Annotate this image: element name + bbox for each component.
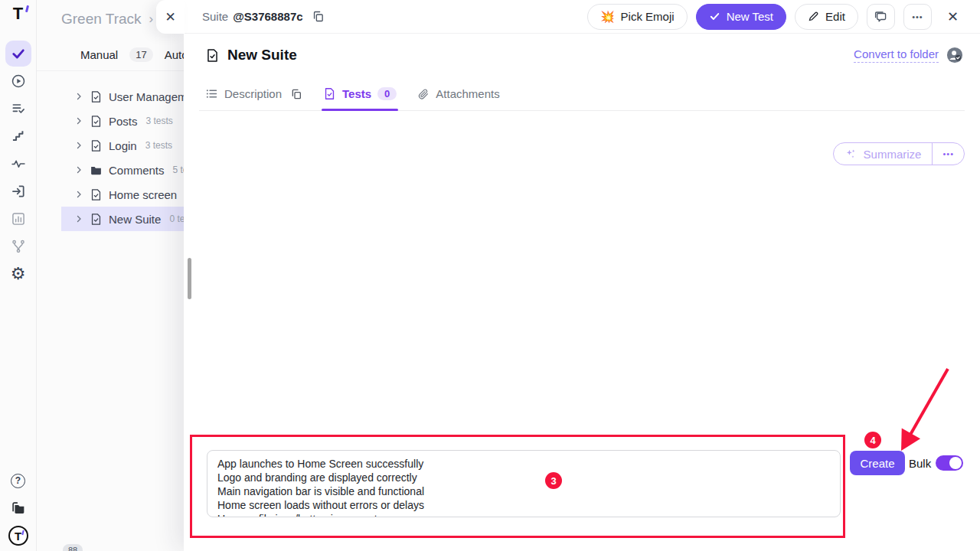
suite-tabs: Description Tests 0 Attachments xyxy=(199,87,965,111)
manual-count-badge: 17 xyxy=(129,47,152,62)
summarize-label: Summarize xyxy=(864,148,922,161)
convert-to-folder-link[interactable]: Convert to folder xyxy=(854,47,939,63)
chat-bubbles-icon xyxy=(874,10,887,24)
more-options-button[interactable]: ••• xyxy=(903,4,932,30)
chevron-right-icon: › xyxy=(149,11,154,27)
chevron-right-icon[interactable] xyxy=(74,141,83,150)
bulk-label: Bulk xyxy=(909,457,931,470)
nav-tests-icon[interactable] xyxy=(5,41,31,67)
new-test-button[interactable]: New Test xyxy=(696,4,786,30)
suites-tree-panel: Green Track › Manual 17 Automated User M… xyxy=(37,0,199,551)
bottom-count-badge: 88 xyxy=(63,544,83,551)
comments-button[interactable] xyxy=(867,4,895,30)
summarize-button-group: Summarize ••• xyxy=(833,142,965,165)
nav-steps-icon[interactable] xyxy=(5,123,31,149)
tab-tests-label: Tests xyxy=(342,87,371,100)
bulk-toggle[interactable] xyxy=(936,455,963,471)
chevron-right-icon[interactable] xyxy=(74,116,83,126)
pick-emoji-label: Pick Emoji xyxy=(621,10,675,23)
copy-description-icon[interactable] xyxy=(290,88,302,100)
nav-branches-icon[interactable] xyxy=(5,233,31,259)
panel-close-tab-button[interactable]: ✕ xyxy=(156,0,185,34)
suite-detail-panel: ✕ Suite @S3768887c 💥 Pick Emoji New Test… xyxy=(184,0,980,551)
tree-item-home-screen[interactable]: Home screen 3 tests xyxy=(61,182,199,207)
tab-attachments[interactable]: Attachments xyxy=(417,87,499,110)
suite-doc-icon xyxy=(90,115,103,128)
panel-scrollbar-thumb[interactable] xyxy=(188,258,191,299)
tree-item-new-suite[interactable]: New Suite 0 tests xyxy=(61,207,199,231)
annotation-arrow xyxy=(877,358,965,458)
tree-item-count: 3 tests xyxy=(146,116,173,126)
tree-item-label: Login xyxy=(109,139,137,152)
rail-nav-top: ⚙ xyxy=(5,41,31,287)
tree-item-label: Posts xyxy=(109,115,138,128)
ellipsis-icon: ••• xyxy=(912,12,923,21)
projects-folder-icon[interactable] xyxy=(5,495,31,521)
chevron-right-icon[interactable] xyxy=(74,92,83,101)
nav-import-icon[interactable] xyxy=(5,178,31,204)
chevron-right-icon[interactable] xyxy=(74,214,83,223)
tree-item-label: New Suite xyxy=(109,213,161,226)
nav-pulse-icon[interactable] xyxy=(5,151,31,177)
annotation-step-4: 4 xyxy=(864,432,881,448)
pick-emoji-button[interactable]: 💥 Pick Emoji xyxy=(587,4,688,30)
tab-description[interactable]: Description xyxy=(205,87,302,110)
suite-type-label: Suite xyxy=(202,10,228,23)
nav-reports-icon[interactable] xyxy=(5,206,31,232)
suite-doc-icon xyxy=(90,90,103,103)
app-logo[interactable]: T xyxy=(5,2,31,26)
breadcrumb-project[interactable]: Green Track xyxy=(61,11,142,28)
toggle-knob xyxy=(949,457,962,469)
summarize-more-button[interactable]: ••• xyxy=(932,143,964,165)
copy-suite-id-icon[interactable] xyxy=(312,10,325,23)
nav-plans-icon[interactable] xyxy=(5,96,31,122)
suite-doc-icon xyxy=(323,87,336,100)
sparkles-icon xyxy=(844,148,858,161)
tree-toolbar: Manual 17 Automated xyxy=(37,38,199,71)
account-logo-accent xyxy=(21,530,24,535)
new-test-label: New Test xyxy=(727,10,773,23)
tab-manual[interactable]: Manual xyxy=(80,48,118,61)
suite-doc-icon xyxy=(90,213,103,226)
tree-item-comments[interactable]: Comments 5 tests xyxy=(61,158,199,182)
suite-header: Suite @S3768887c 💥 Pick Emoji New Test E… xyxy=(184,0,980,34)
tests-count-badge: 0 xyxy=(377,87,397,100)
edit-button[interactable]: Edit xyxy=(795,4,858,30)
tree-item-label: Comments xyxy=(109,164,165,177)
bulk-tests-textarea[interactable]: App launches to Home Screen successfully… xyxy=(207,450,841,517)
nav-settings-icon[interactable]: ⚙ xyxy=(5,261,31,287)
summarize-button[interactable]: Summarize xyxy=(834,143,933,165)
suite-doc-icon xyxy=(90,188,103,201)
suite-doc-icon xyxy=(205,48,220,63)
screen: T ⚙ xyxy=(0,0,980,551)
list-icon xyxy=(205,87,218,100)
pencil-icon xyxy=(808,11,819,22)
suite-header-actions: 💥 Pick Emoji New Test Edit ••• ✕ xyxy=(587,4,963,30)
collision-emoji-icon: 💥 xyxy=(600,10,615,24)
chevron-right-icon[interactable] xyxy=(74,190,83,199)
tree-item-count: 3 tests xyxy=(145,140,172,151)
chevron-right-icon[interactable] xyxy=(74,165,83,174)
close-panel-button[interactable]: ✕ xyxy=(942,8,963,26)
tree-item-posts[interactable]: Posts 3 tests xyxy=(61,109,199,133)
help-icon[interactable]: ? xyxy=(5,468,31,494)
tab-tests[interactable]: Tests 0 xyxy=(323,87,397,110)
suite-doc-icon xyxy=(90,139,103,152)
tab-description-label: Description xyxy=(224,87,282,100)
folder-icon xyxy=(90,164,103,177)
nav-runs-icon[interactable] xyxy=(5,68,31,94)
check-icon xyxy=(709,11,720,22)
tree-item-login[interactable]: Login 3 tests xyxy=(61,133,199,158)
suite-id: @S3768887c xyxy=(233,10,302,23)
edit-label: Edit xyxy=(825,10,845,23)
tree-item-label: Home screen xyxy=(109,188,177,201)
paperclip-icon xyxy=(417,88,430,100)
account-icon[interactable]: T xyxy=(5,523,31,549)
create-button[interactable]: Create xyxy=(850,451,905,475)
assignee-avatar[interactable] xyxy=(946,47,963,64)
suite-title: New Suite xyxy=(227,47,297,64)
tree-item-user-management[interactable]: User Management xyxy=(61,84,199,109)
left-icon-rail: T ⚙ xyxy=(0,0,37,551)
suite-title-row: New Suite Convert to folder xyxy=(184,34,980,64)
rail-nav-bottom: ? T xyxy=(5,468,31,549)
